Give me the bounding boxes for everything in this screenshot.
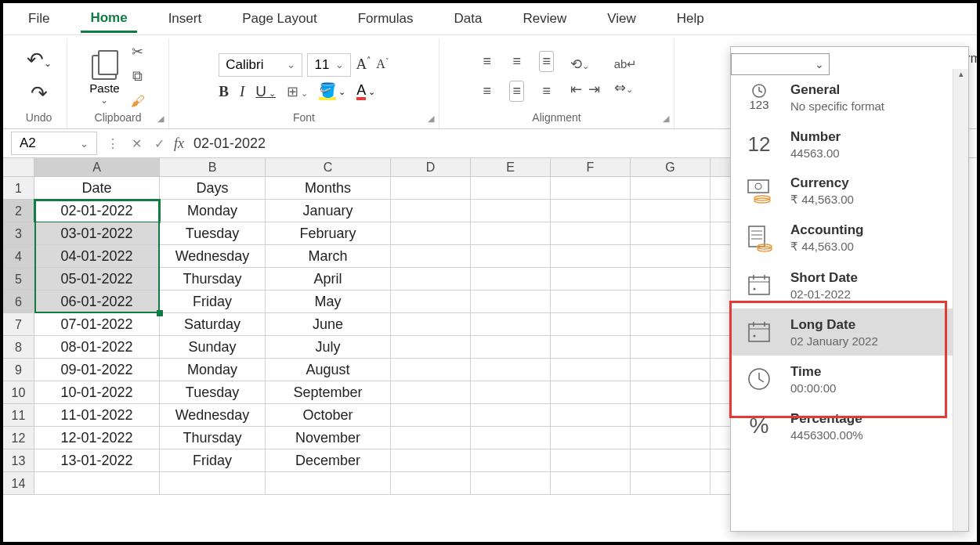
cell[interactable] <box>551 472 631 495</box>
cell[interactable] <box>471 427 551 449</box>
row-header[interactable]: 6 <box>3 291 34 313</box>
format-option-currency[interactable]: Currency₹ 44,563.00 <box>731 168 968 215</box>
cell[interactable] <box>551 245 631 268</box>
fx-icon[interactable]: fx <box>174 135 184 152</box>
cell[interactable]: May <box>266 291 391 313</box>
menu-pagelayout[interactable]: Page Layout <box>233 6 326 31</box>
row-header[interactable]: 7 <box>3 313 34 336</box>
wrap-text-icon[interactable]: ab↵ <box>614 57 638 71</box>
cell[interactable] <box>391 222 471 245</box>
cell[interactable]: Tuesday <box>160 222 266 245</box>
decrease-indent-icon[interactable]: ⇤ <box>570 81 582 98</box>
redo-icon[interactable]: ↷ <box>31 81 48 106</box>
scroll-up-icon[interactable]: ▴ <box>953 69 968 79</box>
cell[interactable]: 09-01-2022 <box>34 359 160 381</box>
clipboard-launcher-icon[interactable]: ◢ <box>157 114 164 124</box>
cell[interactable] <box>631 313 711 336</box>
cell[interactable] <box>471 313 551 336</box>
cell[interactable] <box>391 291 471 313</box>
cell[interactable]: September <box>266 381 391 404</box>
cell[interactable] <box>391 200 471 222</box>
cell[interactable] <box>551 222 631 245</box>
cell[interactable] <box>551 313 631 336</box>
format-option-accounting[interactable]: Accounting₹ 44,563.00 <box>731 215 968 262</box>
cell[interactable] <box>266 472 391 495</box>
row-header[interactable]: 8 <box>3 336 34 359</box>
cell[interactable]: Friday <box>160 449 266 472</box>
cell[interactable] <box>631 472 711 495</box>
cell[interactable]: July <box>266 336 391 359</box>
cell[interactable]: Tuesday <box>160 381 266 404</box>
number-format-combo[interactable] <box>731 53 830 75</box>
cell[interactable]: 02-01-2022 <box>34 200 160 222</box>
format-option-general[interactable]: 123GeneralNo specific format <box>731 74 968 121</box>
cell[interactable] <box>631 449 711 472</box>
menu-review[interactable]: Review <box>513 6 576 31</box>
row-header[interactable]: 12 <box>3 427 34 449</box>
cell[interactable]: Months <box>266 177 391 200</box>
font-launcher-icon[interactable]: ◢ <box>428 114 434 124</box>
cell[interactable]: 08-01-2022 <box>34 336 160 359</box>
cell[interactable]: Saturday <box>160 313 266 336</box>
font-color-button[interactable]: A ⌄ <box>356 83 375 100</box>
menu-formulas[interactable]: Formulas <box>349 6 423 31</box>
paste-button[interactable]: Paste ⌄ <box>89 47 119 106</box>
cell[interactable]: Thursday <box>160 427 266 449</box>
row-header[interactable]: 10 <box>3 381 34 404</box>
cell[interactable]: April <box>266 268 391 291</box>
orientation-icon[interactable]: ⟲⌄ <box>570 56 600 73</box>
cell[interactable]: November <box>266 427 391 449</box>
fbar-dots-icon[interactable]: ⋮ <box>103 136 122 151</box>
cell[interactable] <box>631 222 711 245</box>
cell[interactable] <box>631 427 711 449</box>
cell[interactable] <box>391 177 471 200</box>
cell[interactable]: 10-01-2022 <box>34 381 160 404</box>
row-header[interactable]: 14 <box>3 472 34 495</box>
merge-center-icon[interactable]: ⇔⌄ <box>614 79 638 96</box>
align-right-icon[interactable]: ≡ <box>542 83 551 99</box>
cell[interactable] <box>471 245 551 268</box>
cell[interactable]: 13-01-2022 <box>34 449 160 472</box>
name-box[interactable]: A2 <box>11 132 97 155</box>
col-header[interactable]: C <box>266 158 391 177</box>
fill-color-button[interactable]: 🪣 ⌄ <box>319 83 345 100</box>
row-header[interactable]: 11 <box>3 404 34 427</box>
cell[interactable] <box>551 449 631 472</box>
undo-icon[interactable]: ↶⌄ <box>27 48 52 72</box>
cell[interactable] <box>471 268 551 291</box>
cell[interactable] <box>551 427 631 449</box>
dropdown-scrollbar[interactable]: ▴ <box>953 69 968 531</box>
copy-icon[interactable]: ⧉ <box>129 68 146 85</box>
cell[interactable] <box>391 472 471 495</box>
cell[interactable]: Date <box>34 177 160 200</box>
cell[interactable] <box>160 472 266 495</box>
cell[interactable]: Wednesday <box>160 404 266 427</box>
increase-indent-icon[interactable]: ⇥ <box>588 81 600 98</box>
font-name-combo[interactable]: Calibri <box>219 53 302 77</box>
cell[interactable] <box>631 268 711 291</box>
cell[interactable] <box>551 291 631 313</box>
cell[interactable]: 04-01-2022 <box>34 245 160 268</box>
font-size-combo[interactable]: 11 <box>307 53 351 77</box>
cell[interactable]: February <box>266 222 391 245</box>
col-header[interactable]: F <box>551 158 631 177</box>
cell[interactable]: 05-01-2022 <box>34 268 160 291</box>
cell[interactable] <box>631 404 711 427</box>
cell[interactable]: Monday <box>160 200 266 222</box>
cell[interactable]: 12-01-2022 <box>34 427 160 449</box>
cell[interactable]: December <box>266 449 391 472</box>
grow-font-icon[interactable]: A˄ <box>356 56 371 73</box>
row-header[interactable]: 13 <box>3 449 34 472</box>
cell[interactable]: Thursday <box>160 268 266 291</box>
format-option-shortdate[interactable]: Short Date02-01-2022 <box>731 262 968 309</box>
cell[interactable] <box>391 313 471 336</box>
cancel-formula-icon[interactable]: ✕ <box>128 136 145 151</box>
cell[interactable] <box>551 268 631 291</box>
cell[interactable] <box>391 268 471 291</box>
cell[interactable] <box>551 381 631 404</box>
menu-file[interactable]: File <box>19 6 59 31</box>
align-left-icon[interactable]: ≡ <box>483 83 491 99</box>
format-option-percentage[interactable]: %Percentage4456300.00% <box>731 402 968 449</box>
cell[interactable] <box>471 177 551 200</box>
selection-handle[interactable] <box>157 310 163 316</box>
